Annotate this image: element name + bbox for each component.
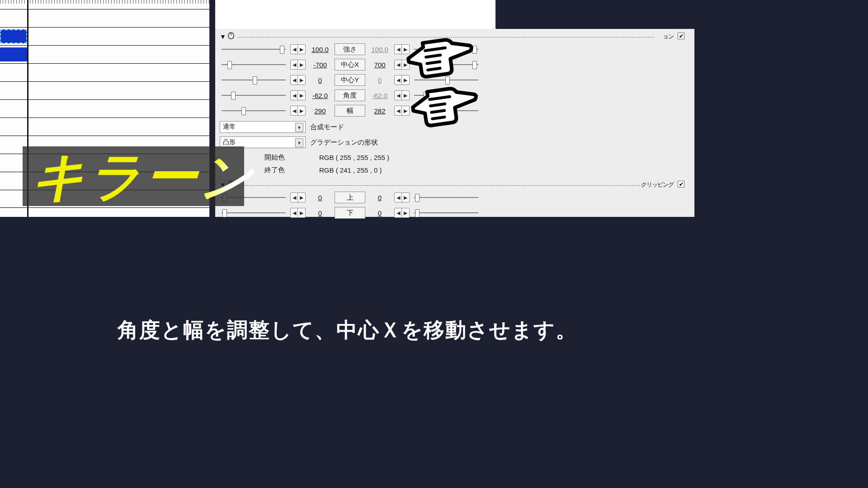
stepper-left[interactable]: ◀▶ — [290, 192, 306, 202]
timeline-row[interactable] — [0, 9, 209, 27]
arrow-left-icon[interactable]: ◀ — [291, 208, 298, 217]
value-right[interactable]: 0 — [368, 194, 392, 202]
value-left[interactable]: 0 — [308, 76, 332, 84]
param-row-grad3: ◀▶-62.0角度-62.0◀▶ — [220, 88, 690, 103]
arrow-left-icon[interactable]: ◀ — [395, 75, 402, 84]
param-label-button[interactable]: 中心X — [335, 59, 365, 70]
stepper-right[interactable]: ◀▶ — [394, 75, 410, 85]
arrow-left-icon[interactable]: ◀ — [395, 45, 402, 54]
arrow-left-icon[interactable]: ◀ — [395, 193, 402, 202]
arrow-right-icon[interactable]: ▶ — [402, 208, 409, 217]
value-right[interactable]: -62.0 — [368, 92, 392, 99]
value-left[interactable]: 0 — [308, 209, 332, 217]
value-right[interactable]: 700 — [368, 61, 392, 69]
slider-left[interactable] — [220, 106, 288, 115]
param-row-grad4: ◀▶290幅282◀▶ — [220, 103, 690, 118]
stepper-right[interactable]: ◀▶ — [394, 60, 410, 70]
text-overlay-bg: キラーン — [23, 146, 244, 206]
slider-right[interactable] — [412, 60, 480, 69]
arrow-right-icon[interactable]: ▶ — [298, 60, 305, 69]
arrow-right-icon[interactable]: ▶ — [298, 75, 305, 84]
value-right[interactable]: 100.0 — [368, 46, 392, 53]
slider-left[interactable] — [220, 75, 288, 84]
stepper-left[interactable]: ◀▶ — [290, 90, 306, 100]
stepper-right[interactable]: ◀▶ — [394, 44, 410, 54]
clip[interactable] — [0, 47, 27, 61]
arrow-left-icon[interactable]: ◀ — [291, 193, 298, 202]
slider-right[interactable] — [412, 45, 480, 54]
value-right[interactable]: 0 — [368, 209, 392, 217]
gradient-shape-label: グラデーションの形状 — [310, 138, 378, 147]
section-label: ョン — [663, 33, 674, 41]
clipping-checkbox[interactable]: ✔ — [678, 181, 684, 188]
slider-left[interactable] — [220, 91, 288, 100]
timeline-row[interactable] — [0, 117, 209, 136]
stepper-left[interactable]: ◀▶ — [290, 60, 306, 70]
param-row-grad2: ◀▶0中心Y0◀▶ — [220, 72, 690, 88]
arrow-left-icon[interactable]: ◀ — [291, 91, 298, 100]
caption-text: 角度と幅を調整して、中心Ｘを移動させます。 — [118, 316, 577, 344]
param-label-button[interactable]: 強さ — [335, 43, 365, 55]
stepper-left[interactable]: ◀▶ — [290, 75, 306, 85]
value-left[interactable]: 0 — [308, 194, 332, 202]
param-label-button[interactable]: 下 — [335, 207, 365, 219]
arrow-left-icon[interactable]: ◀ — [395, 60, 402, 69]
arrow-right-icon[interactable]: ▶ — [298, 208, 305, 217]
arrow-right-icon[interactable]: ▶ — [402, 75, 409, 84]
param-label-button[interactable]: 幅 — [335, 105, 365, 117]
stepper-left[interactable]: ◀▶ — [290, 44, 306, 54]
arrow-left-icon[interactable]: ◀ — [395, 208, 402, 217]
slider-left[interactable] — [220, 60, 288, 69]
scroll-down-icon[interactable]: ⌄ — [491, 23, 497, 29]
param-label-button[interactable]: 中心Y — [335, 74, 365, 86]
stepper-right[interactable]: ◀▶ — [394, 90, 410, 100]
param-row-grad0: ◀▶100.0強さ100.0◀▶ — [220, 42, 690, 57]
arrow-left-icon[interactable]: ◀ — [291, 106, 298, 115]
clip-selected[interactable] — [0, 29, 27, 43]
timeline-row[interactable] — [0, 45, 209, 63]
value-left[interactable]: -700 — [308, 61, 332, 69]
stepper-right[interactable]: ◀▶ — [394, 106, 410, 116]
slider-right[interactable] — [412, 75, 480, 84]
arrow-right-icon[interactable]: ▶ — [402, 45, 409, 54]
arrow-right-icon[interactable]: ▶ — [298, 91, 305, 100]
arrow-left-icon[interactable]: ◀ — [291, 75, 298, 84]
arrow-right-icon[interactable]: ▶ — [298, 45, 305, 54]
arrow-right-icon[interactable]: ▶ — [298, 106, 305, 115]
arrow-left-icon[interactable]: ◀ — [291, 45, 298, 54]
arrow-right-icon[interactable]: ▶ — [402, 91, 409, 100]
timeline-row[interactable] — [0, 27, 209, 45]
slider-right[interactable] — [412, 193, 480, 202]
stepper-right[interactable]: ◀▶ — [394, 192, 410, 202]
value-left[interactable]: 290 — [308, 107, 332, 115]
value-left[interactable]: 100.0 — [308, 46, 332, 53]
arrow-right-icon[interactable]: ▶ — [402, 60, 409, 69]
stepper-left[interactable]: ◀▶ — [290, 106, 306, 116]
arrow-right-icon[interactable]: ▶ — [402, 193, 409, 202]
slider-left[interactable] — [220, 45, 288, 54]
value-left[interactable]: -62.0 — [308, 92, 332, 99]
arrow-right-icon[interactable]: ▶ — [402, 106, 409, 115]
arrow-left-icon[interactable]: ◀ — [291, 60, 298, 69]
stepper-right[interactable]: ◀▶ — [394, 208, 410, 218]
slider-right[interactable] — [412, 208, 480, 217]
arrow-right-icon[interactable]: ▶ — [298, 193, 305, 202]
arrow-left-icon[interactable]: ◀ — [395, 91, 402, 100]
param-label-button[interactable]: 上 — [335, 192, 365, 203]
blend-mode-label: 合成モード — [310, 123, 344, 131]
collapse-toggle-icon[interactable]: ▼ — [220, 33, 226, 40]
slider-right[interactable] — [412, 91, 480, 100]
timeline-row[interactable] — [0, 81, 209, 99]
stepper-left[interactable]: ◀▶ — [290, 208, 306, 218]
section-checkbox[interactable]: ✔ — [678, 33, 684, 39]
param-label-button[interactable]: 角度 — [335, 89, 365, 101]
slider-right[interactable] — [412, 106, 480, 115]
effect-text: キラーン — [29, 142, 259, 212]
value-right[interactable]: 282 — [368, 107, 392, 115]
blend-mode-value: 通常 — [223, 123, 236, 131]
blend-mode-select[interactable]: 通常 — [220, 121, 306, 133]
value-right[interactable]: 0 — [368, 76, 392, 84]
timeline-row[interactable] — [0, 99, 209, 117]
timeline-row[interactable] — [0, 63, 209, 81]
arrow-left-icon[interactable]: ◀ — [395, 106, 402, 115]
